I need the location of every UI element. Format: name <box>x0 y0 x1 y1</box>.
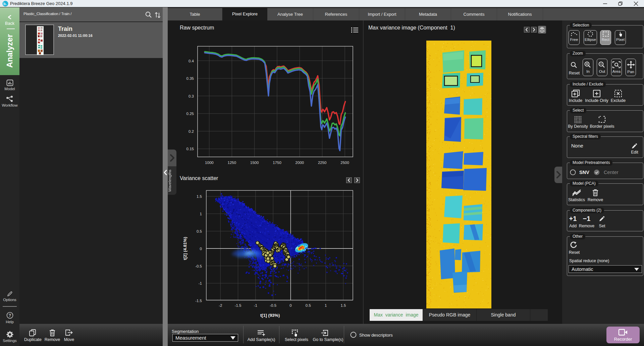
svg-text:1750: 1750 <box>273 161 281 165</box>
svg-text:-1.5: -1.5 <box>195 299 202 303</box>
svg-text:1: 1 <box>325 303 327 307</box>
svg-text:t[2] (4.81%): t[2] (4.81%) <box>182 237 187 260</box>
svg-text:0.5: 0.5 <box>197 229 202 233</box>
svg-text:0.5: 0.5 <box>306 303 311 307</box>
svg-text:t[1] (93%): t[1] (93%) <box>260 313 280 318</box>
svg-text:-0.5: -0.5 <box>195 264 202 268</box>
svg-text:0.4: 0.4 <box>189 59 194 63</box>
svg-text:2250: 2250 <box>318 161 327 165</box>
svg-text:-1: -1 <box>199 281 202 285</box>
svg-text:0.25: 0.25 <box>186 112 194 116</box>
svg-text:-1.5: -1.5 <box>235 303 241 307</box>
svg-text:-0.5: -0.5 <box>270 303 276 307</box>
svg-text:0: 0 <box>200 247 202 251</box>
svg-text:0.3: 0.3 <box>189 94 194 98</box>
svg-text:0: 0 <box>289 303 291 307</box>
svg-text:?: ? <box>9 313 11 318</box>
svg-text:1500: 1500 <box>250 161 259 165</box>
svg-text:0.2: 0.2 <box>189 129 194 133</box>
svg-text:-2: -2 <box>219 303 222 307</box>
svg-text:0.35: 0.35 <box>186 76 194 80</box>
svg-text:1000: 1000 <box>205 161 214 165</box>
svg-text:1: 1 <box>200 212 202 216</box>
svg-text:2500: 2500 <box>340 161 349 165</box>
svg-text:1250: 1250 <box>228 161 236 165</box>
svg-text:1.5: 1.5 <box>340 303 346 307</box>
svg-text:2000: 2000 <box>296 161 304 165</box>
svg-text:-1: -1 <box>254 303 257 307</box>
svg-text:0.15: 0.15 <box>186 147 194 151</box>
svg-text:b.: b. <box>3 2 7 6</box>
svg-text:1.5: 1.5 <box>197 194 202 198</box>
